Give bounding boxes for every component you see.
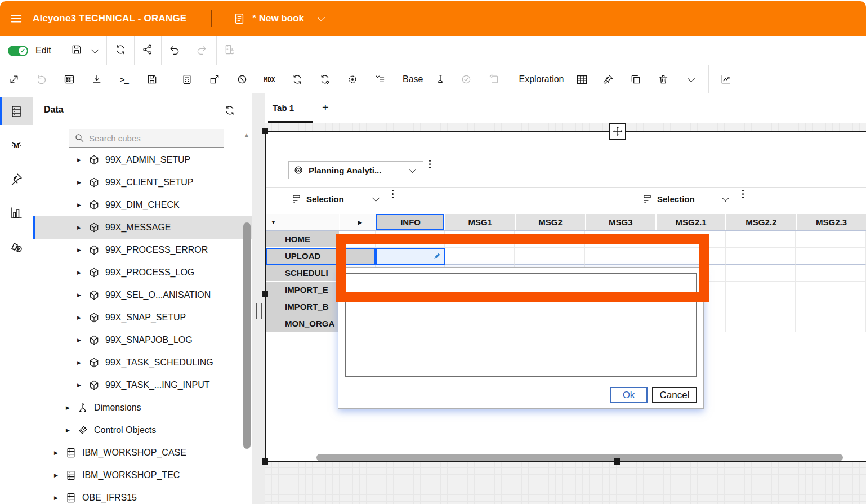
column-header[interactable]: MSG3 — [585, 214, 655, 230]
grid-cell[interactable] — [726, 265, 796, 282]
column-header[interactable]: MSG2.1 — [655, 214, 726, 230]
tab-1[interactable]: Tab 1 — [273, 103, 294, 113]
grid-cell[interactable] — [796, 298, 866, 315]
base-sandbox-label[interactable]: Base — [397, 74, 428, 84]
more-options-button[interactable] — [677, 65, 705, 93]
caret-right-icon[interactable]: ▶ — [77, 202, 83, 208]
editing-cell[interactable] — [376, 248, 445, 265]
search-input[interactable] — [88, 133, 220, 144]
grid-cell[interactable] — [726, 315, 796, 332]
rail-data-button[interactable] — [0, 97, 33, 125]
data-panel-scrollbar[interactable] — [243, 222, 251, 449]
caret-right-icon[interactable]: ▶ — [77, 270, 83, 275]
cube-selector[interactable]: Planning Analyti... — [288, 161, 423, 179]
row-header[interactable]: IMPORT_E — [266, 282, 339, 298]
share-button[interactable] — [142, 44, 153, 57]
resize-handle-left[interactable] — [262, 291, 268, 297]
edit-toggle[interactable]: ✓ — [8, 46, 28, 56]
copy-button[interactable] — [622, 65, 650, 93]
caret-right-icon[interactable]: ▶ — [66, 427, 72, 433]
column-selection-dropdown[interactable]: Selection — [639, 191, 735, 207]
rail-visualizations-button[interactable] — [0, 199, 33, 226]
cube-overflow-menu[interactable] — [429, 160, 431, 162]
caret-right-icon[interactable]: ▶ — [66, 405, 72, 411]
table-view-button[interactable] — [570, 65, 595, 93]
row-header[interactable]: IMPORT_B — [266, 298, 339, 315]
grid-cell[interactable] — [796, 315, 866, 332]
scroll-up-icon[interactable]: ▲ — [244, 132, 249, 138]
row-selection-overflow-menu[interactable] — [392, 190, 394, 191]
cell-editor-textarea[interactable] — [345, 301, 697, 377]
menu-button[interactable] — [0, 12, 33, 25]
resize-handle-top-left[interactable] — [262, 128, 268, 134]
caret-right-icon[interactable]: ▶ — [77, 292, 83, 298]
data-grid-button[interactable] — [55, 65, 83, 93]
tree-item[interactable]: ▶99X_DIM_CHECK — [33, 194, 287, 216]
grid-cell[interactable] — [376, 231, 445, 248]
row-header[interactable]: MON_ORGA — [266, 315, 339, 332]
row-header-spacer[interactable] — [339, 248, 376, 265]
caret-right-icon[interactable]: ▶ — [77, 225, 83, 230]
grid-cell[interactable] — [515, 231, 585, 248]
caret-right-icon[interactable]: ▶ — [77, 337, 83, 343]
column-header[interactable]: MSG2 — [515, 214, 585, 230]
book-name[interactable]: * New book — [252, 13, 304, 24]
cell-editor-input[interactable] — [345, 273, 697, 293]
grid-cell[interactable] — [655, 231, 726, 248]
row-header-selected[interactable]: UPLOAD — [266, 248, 339, 265]
grid-corner-cell[interactable]: ▼ — [266, 214, 339, 230]
column-selection-overflow-menu[interactable] — [742, 190, 744, 191]
suppress-button[interactable] — [228, 65, 256, 93]
tree-button[interactable] — [366, 65, 394, 93]
tree-item[interactable]: ▶IBM_WORKSHOP_TEC — [33, 464, 264, 487]
save-chevron-down-icon[interactable] — [91, 46, 99, 53]
caret-right-icon[interactable]: ▶ — [77, 315, 83, 320]
caret-right-icon[interactable]: ▶ — [77, 157, 83, 163]
splitter-grip[interactable] — [256, 303, 262, 319]
widget-target-button[interactable] — [338, 65, 366, 93]
delete-button[interactable] — [650, 65, 677, 93]
grid-cell[interactable] — [445, 231, 515, 248]
panel-splitter[interactable] — [252, 93, 265, 504]
widget-move-handle[interactable] — [609, 123, 626, 140]
resize-button[interactable] — [200, 65, 228, 93]
grid-cell[interactable] — [796, 265, 866, 282]
grid-cell[interactable] — [726, 231, 796, 248]
grid-cell[interactable] — [796, 282, 866, 298]
caret-right-icon[interactable]: ▶ — [54, 495, 60, 501]
chart-button[interactable] — [712, 65, 740, 93]
row-header[interactable]: SCHEDULI — [266, 265, 339, 282]
cube-search[interactable] — [69, 129, 224, 148]
horizontal-scrollbar[interactable] — [316, 454, 843, 461]
tree-item[interactable]: ▶OBE_IFRS15 — [33, 487, 264, 504]
sandbox-button[interactable] — [428, 65, 452, 93]
grid-cell[interactable] — [585, 231, 655, 248]
rail-metrics-button[interactable]: M — [0, 131, 33, 159]
rail-pin-button[interactable] — [0, 165, 33, 193]
refresh-settings-button[interactable] — [311, 65, 338, 93]
expand-button[interactable] — [0, 65, 28, 93]
cancel-button[interactable]: Cancel — [652, 387, 697, 403]
tree-item[interactable]: ▶Dimensions — [33, 396, 275, 419]
calculator-button[interactable] — [173, 65, 200, 93]
caret-right-icon[interactable]: ▶ — [358, 220, 362, 225]
grid-cell[interactable] — [445, 248, 515, 265]
tree-item[interactable]: ▶99X_CLIENT_SETUP — [33, 171, 287, 194]
caret-down-icon[interactable]: ▼ — [271, 220, 276, 225]
row-selection-dropdown[interactable]: Selection — [288, 191, 385, 207]
caret-right-icon[interactable]: ▶ — [77, 382, 83, 388]
row-header[interactable]: HOME — [266, 231, 339, 248]
grid-cell[interactable] — [726, 282, 796, 298]
grid-cell[interactable] — [796, 231, 866, 248]
resize-handle-bottom[interactable] — [614, 458, 620, 465]
caret-right-icon[interactable]: ▶ — [54, 472, 60, 478]
download-button[interactable] — [83, 65, 110, 93]
column-header[interactable]: MSG2.3 — [796, 214, 866, 230]
terminal-button[interactable]: >_ — [110, 65, 138, 93]
sync-button[interactable] — [115, 44, 126, 57]
resize-handle-bottom-left[interactable] — [262, 458, 268, 465]
add-tab-button[interactable]: + — [322, 101, 329, 114]
data-refresh-button[interactable] — [224, 105, 235, 118]
grid-cell[interactable] — [515, 248, 585, 265]
column-header[interactable]: MSG2.2 — [725, 214, 796, 230]
